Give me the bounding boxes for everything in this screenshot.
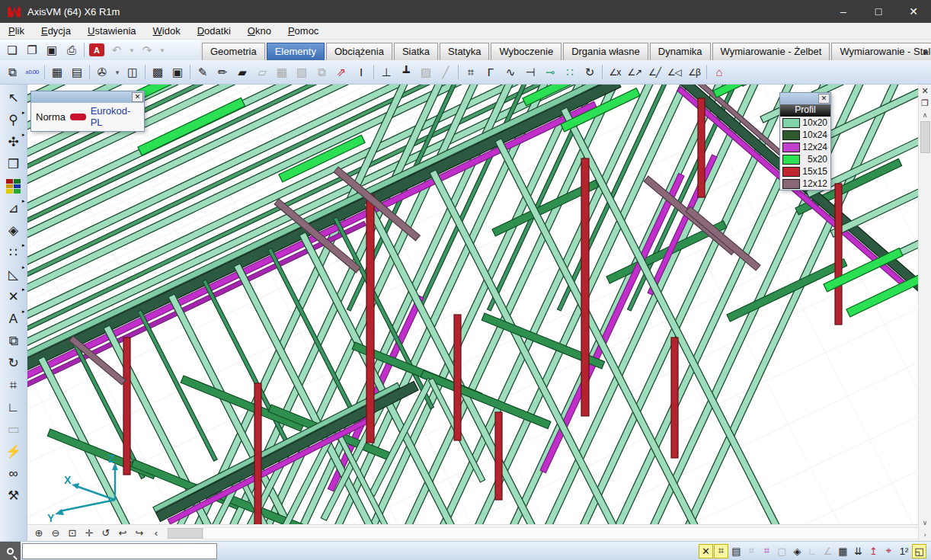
line-support-icon[interactable]: ┻	[396, 62, 416, 82]
horizontal-scrollbar-track[interactable]	[203, 527, 918, 539]
load-display-icon[interactable]: ⇊	[851, 544, 865, 558]
rotate-view-icon[interactable]: ◈	[2, 219, 25, 242]
tab-geometria[interactable]: Geometria	[202, 43, 265, 60]
bounding-box-icon[interactable]: ▢	[775, 544, 789, 558]
display-options-icon[interactable]: ∞	[2, 462, 25, 485]
next-view-icon[interactable]: ↪	[131, 526, 148, 541]
edge-hinge-icon[interactable]: ╱	[436, 62, 456, 82]
rib-element-icon[interactable]: Γ	[481, 62, 501, 82]
workplane-list-icon[interactable]: ▤	[729, 544, 744, 558]
domain-cut-icon[interactable]: ▧	[292, 62, 312, 82]
grid-raster-icon[interactable]: ∷	[2, 242, 25, 264]
color-palette-icon[interactable]	[2, 175, 25, 197]
reference-beta-angle-icon[interactable]: ∠β	[684, 62, 704, 82]
undo-dropdown-icon[interactable]: ▾	[126, 41, 137, 59]
collapse-toolbar-icon[interactable]: ‹	[148, 526, 165, 541]
report-maker-icon[interactable]: ▤	[67, 62, 87, 82]
domain-union-icon[interactable]: ▦	[272, 62, 292, 82]
pdf-export-icon[interactable]: A	[89, 43, 104, 56]
previous-view-icon[interactable]: ↩	[114, 526, 131, 541]
scroll-up-icon[interactable]: ∧	[919, 109, 931, 121]
draw-members-icon[interactable]: ✎	[193, 62, 213, 82]
model-canvas[interactable]: X Y Z ✕ Norma Eurokod-PL ✕	[27, 85, 918, 524]
node-snap-icon[interactable]: ⌖	[881, 544, 896, 558]
menu-edycja[interactable]: Edycja	[33, 24, 79, 37]
redo-dropdown-icon[interactable]: ▾	[157, 41, 168, 59]
layer-manager-icon[interactable]: ⧉	[2, 62, 22, 82]
grid-display-icon[interactable]: ▦	[836, 544, 850, 558]
menu-pomoc[interactable]: Pomoc	[280, 24, 327, 37]
tab-wyboczenie[interactable]: Wyboczenie	[491, 43, 561, 60]
extrude-solid-icon[interactable]: ❒	[2, 153, 25, 175]
reference-plane-icon[interactable]: ∠◁	[664, 62, 684, 82]
colored-structure-mode-icon[interactable]: ⌗	[760, 544, 774, 558]
maximize-button[interactable]: □	[861, 0, 896, 23]
perspective-mode-icon[interactable]: ◈	[790, 544, 805, 558]
settings-wrench-icon[interactable]: ⚒	[2, 485, 25, 507]
tab-statyka[interactable]: Statyka	[440, 43, 489, 60]
rotate-view-icon[interactable]: ↺	[98, 526, 114, 541]
structure-finder-icon[interactable]: ⌗	[2, 374, 25, 396]
link-element-icon[interactable]: ⊸	[540, 62, 560, 82]
norma-value[interactable]: Eurokod-PL	[91, 105, 139, 128]
tab-elementy[interactable]: Elementy	[267, 43, 325, 60]
tab-obciazenia[interactable]: Obciążenia	[326, 43, 392, 60]
new-document-icon[interactable]: ❏	[2, 41, 22, 59]
undo-icon[interactable]: ↶	[107, 41, 126, 59]
vertical-scrollbar-thumb[interactable]	[920, 121, 930, 153]
element-order-icon[interactable]: ↻	[2, 352, 25, 374]
domain-icon[interactable]: ▰	[232, 62, 252, 82]
elevation-marker-icon[interactable]: ±0.00	[22, 62, 42, 82]
save-to-library-icon[interactable]: ◫	[123, 62, 142, 82]
domain-intersect-icon[interactable]: ⧉	[312, 62, 331, 82]
mdi-close-icon[interactable]: ✕	[919, 85, 931, 97]
zoom-in-icon[interactable]: ⊕	[30, 526, 47, 541]
zoom-tool-icon[interactable]: ⚲	[2, 109, 25, 131]
norma-panel-titlebar[interactable]: ✕	[31, 91, 144, 103]
minimize-button[interactable]: –	[826, 0, 861, 23]
gap-element-icon[interactable]: ⊣	[520, 62, 540, 82]
close-button[interactable]: ✕	[896, 0, 931, 23]
direction-arrow-icon[interactable]: ⇗	[331, 62, 351, 82]
drawings-library-icon[interactable]: ✇	[92, 62, 112, 82]
draw-objects-icon[interactable]: ✏	[213, 62, 232, 82]
view-direction-icon[interactable]: ✣	[2, 131, 25, 153]
nodal-support-icon[interactable]: ⊥	[376, 62, 396, 82]
dimension-text-icon[interactable]: A	[2, 308, 25, 330]
tab-siatka[interactable]: Siatka	[394, 43, 438, 60]
work-planes-icon[interactable]: ⧉	[2, 330, 25, 352]
polyline-mode-icon[interactable]: ∟	[805, 544, 820, 558]
pan-icon[interactable]: ✛	[81, 526, 98, 541]
diaphragm-icon[interactable]: ↻	[580, 62, 600, 82]
horizontal-scrollbar-thumb[interactable]	[168, 528, 203, 539]
render-light-icon[interactable]: ⚡	[2, 440, 25, 462]
profil-close-icon[interactable]: ✕	[818, 94, 830, 104]
drawings-dropdown-icon[interactable]: ▾	[112, 62, 123, 82]
workplane-toggle-icon[interactable]: ◱	[912, 544, 926, 558]
section-segment-icon[interactable]: ∟	[2, 396, 25, 418]
grid-snap-toggle-icon[interactable]: ⌗	[714, 544, 728, 558]
local-axes-display-icon[interactable]: ∠	[821, 544, 835, 558]
spring-element-icon[interactable]: ∿	[501, 62, 520, 82]
redo-icon[interactable]: ↷	[137, 41, 157, 59]
select-pointer-icon[interactable]: ↖	[2, 87, 25, 109]
crosshair-toggle-icon[interactable]: ✕	[699, 544, 713, 558]
numbering-display-icon[interactable]: 1²	[897, 544, 911, 558]
line-break-icon[interactable]: ✕	[2, 286, 25, 308]
storey-manager-icon[interactable]: ⌂	[709, 62, 729, 82]
profil-panel-titlebar[interactable]: ✕	[780, 93, 830, 104]
menu-widok[interactable]: Widok	[145, 24, 189, 37]
zoom-fit-icon[interactable]: ⊡	[64, 526, 81, 541]
table-browser-icon[interactable]: ▦	[47, 62, 67, 82]
line-elements-icon[interactable]: I	[351, 62, 371, 82]
geometry-transform-icon[interactable]: ⊿	[2, 197, 25, 219]
search-input[interactable]	[22, 543, 217, 559]
search-button[interactable]	[0, 542, 21, 560]
scroll-right-icon[interactable]: ›	[919, 529, 931, 541]
menu-plik[interactable]: Plik	[0, 24, 33, 37]
frame-structure-icon[interactable]: ⌗	[461, 62, 481, 82]
norma-close-icon[interactable]: ✕	[132, 92, 143, 102]
zoom-out-icon[interactable]: ⊖	[47, 526, 64, 541]
surface-support-icon[interactable]: ▨	[416, 62, 436, 82]
tab-overflow-arrow-icon[interactable]: ▶	[923, 48, 929, 56]
